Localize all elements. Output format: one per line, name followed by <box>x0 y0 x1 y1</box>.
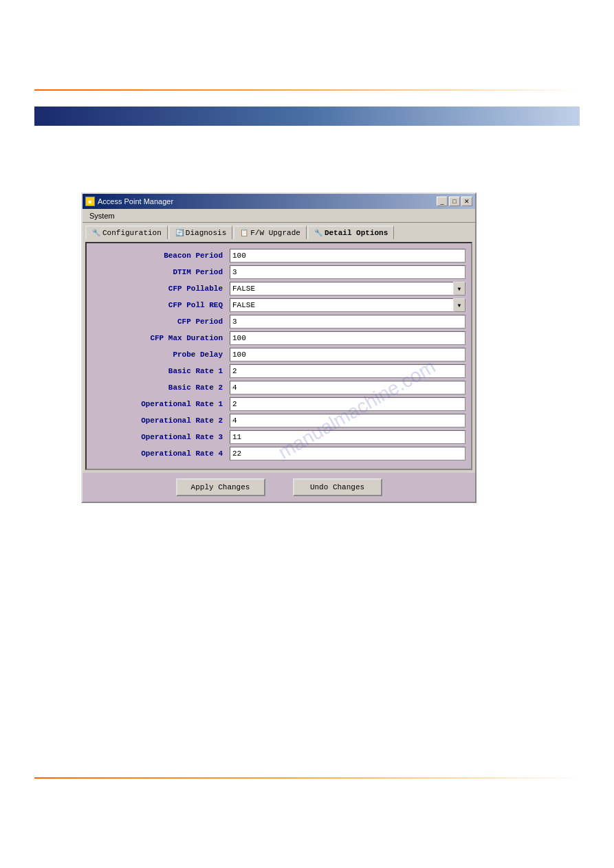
bottom-decorative-line <box>34 777 580 779</box>
main-window: ■ Access Point Manager _ □ ✕ System 🔧 Co… <box>81 192 476 503</box>
form-row-cfp-pollable: CFP Pollable FALSE TRUE ▼ <box>92 282 465 296</box>
close-button[interactable]: ✕ <box>461 197 472 206</box>
apply-changes-button[interactable]: Apply Changes <box>176 478 265 496</box>
form-row-probe-delay: Probe Delay <box>92 348 465 361</box>
form-row-operational-rate-1: Operational Rate 1 <box>92 397 465 411</box>
label-cfp-pollable: CFP Pollable <box>92 285 230 293</box>
undo-changes-button[interactable]: Undo Changes <box>293 478 382 496</box>
input-operational-rate-3[interactable] <box>230 430 465 444</box>
input-cfp-period[interactable] <box>230 315 465 329</box>
tab-bar: 🔧 Configuration 🔄 Diagnosis 📋 F/W Upgrad… <box>83 223 475 239</box>
input-beacon-period[interactable] <box>230 249 465 263</box>
diagnosis-tab-icon: 🔄 <box>175 229 184 237</box>
tab-configuration-label: Configuration <box>102 229 162 237</box>
input-operational-rate-1[interactable] <box>230 397 465 411</box>
label-beacon-period: Beacon Period <box>92 252 230 260</box>
tab-configuration[interactable]: 🔧 Configuration <box>85 225 168 239</box>
select-cfp-pollable[interactable]: FALSE TRUE <box>230 282 465 296</box>
detail-options-tab-icon: 🔧 <box>314 229 322 237</box>
tab-detail-options-label: Detail Options <box>325 229 388 237</box>
title-bar-left: ■ Access Point Manager <box>85 197 173 206</box>
form-row-basic-rate-2: Basic Rate 2 <box>92 381 465 394</box>
maximize-button[interactable]: □ <box>449 197 460 206</box>
input-operational-rate-2[interactable] <box>230 414 465 427</box>
label-cfp-max-duration: CFP Max Duration <box>92 334 230 342</box>
label-cfp-poll-req: CFP Poll REQ <box>92 301 230 309</box>
label-basic-rate-1: Basic Rate 1 <box>92 367 230 375</box>
form-row-beacon-period: Beacon Period <box>92 249 465 263</box>
tab-fw-upgrade-label: F/W Upgrade <box>250 229 300 237</box>
tab-diagnosis-label: Diagnosis <box>186 229 226 237</box>
label-basic-rate-2: Basic Rate 2 <box>92 383 230 392</box>
fw-upgrade-tab-icon: 📋 <box>240 229 248 237</box>
tab-fw-upgrade[interactable]: 📋 F/W Upgrade <box>233 225 307 239</box>
configuration-tab-icon: 🔧 <box>92 229 100 237</box>
tab-detail-options[interactable]: 🔧 Detail Options <box>307 225 394 239</box>
input-dtim-period[interactable] <box>230 265 465 279</box>
input-cfp-max-duration[interactable] <box>230 331 465 345</box>
select-cfp-poll-req[interactable]: FALSE TRUE <box>230 298 465 312</box>
tab-diagnosis[interactable]: 🔄 Diagnosis <box>168 225 232 239</box>
form-row-cfp-max-duration: CFP Max Duration <box>92 331 465 345</box>
top-decorative-line <box>34 89 580 91</box>
label-dtim-period: DTIM Period <box>92 268 230 276</box>
button-area: Apply Changes Undo Changes <box>83 473 475 502</box>
form-row-operational-rate-2: Operational Rate 2 <box>92 414 465 427</box>
label-operational-rate-4: Operational Rate 4 <box>92 449 230 458</box>
input-operational-rate-4[interactable] <box>230 447 465 460</box>
content-area: Beacon Period DTIM Period CFP Pollable F… <box>85 242 472 470</box>
title-bar: ■ Access Point Manager _ □ ✕ <box>83 194 475 209</box>
form-row-basic-rate-1: Basic Rate 1 <box>92 364 465 378</box>
label-cfp-period: CFP Period <box>92 318 230 326</box>
form-row-cfp-period: CFP Period <box>92 315 465 329</box>
select-wrapper-cfp-poll-req: FALSE TRUE ▼ <box>230 298 465 312</box>
input-basic-rate-1[interactable] <box>230 364 465 378</box>
blue-header-bar <box>34 107 580 126</box>
input-basic-rate-2[interactable] <box>230 381 465 394</box>
window-title: Access Point Manager <box>98 197 173 205</box>
label-operational-rate-2: Operational Rate 2 <box>92 416 230 425</box>
label-operational-rate-3: Operational Rate 3 <box>92 433 230 441</box>
input-probe-delay[interactable] <box>230 348 465 361</box>
title-buttons: _ □ ✕ <box>437 197 472 206</box>
form-row-dtim-period: DTIM Period <box>92 265 465 279</box>
form-row-operational-rate-3: Operational Rate 3 <box>92 430 465 444</box>
minimize-button[interactable]: _ <box>437 197 448 206</box>
form-row-operational-rate-4: Operational Rate 4 <box>92 447 465 460</box>
menu-bar: System <box>83 209 475 223</box>
label-probe-delay: Probe Delay <box>92 350 230 359</box>
app-icon: ■ <box>85 197 95 206</box>
select-wrapper-cfp-pollable: FALSE TRUE ▼ <box>230 282 465 296</box>
label-operational-rate-1: Operational Rate 1 <box>92 400 230 408</box>
menu-item-system[interactable]: System <box>85 210 119 221</box>
form-row-cfp-poll-req: CFP Poll REQ FALSE TRUE ▼ <box>92 298 465 312</box>
